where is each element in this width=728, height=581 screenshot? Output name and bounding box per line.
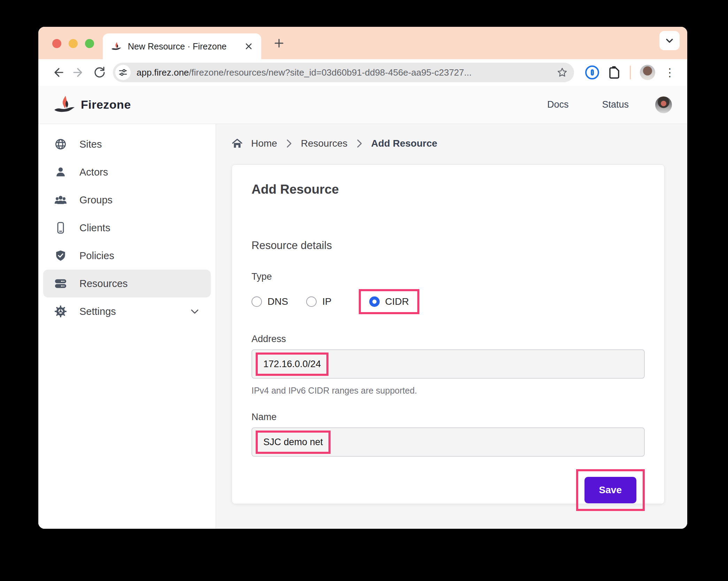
name-input[interactable]: SJC demo net bbox=[251, 427, 645, 457]
brand-name: Firezone bbox=[81, 98, 131, 111]
radio-dns[interactable] bbox=[251, 296, 262, 307]
main-content: Home Resources Add Resource Add Resource… bbox=[216, 124, 687, 529]
type-radio-group: DNS IP CIDR bbox=[251, 289, 645, 314]
bookmark-star-icon[interactable] bbox=[557, 67, 568, 78]
new-tab-button[interactable] bbox=[271, 35, 287, 51]
tab-title: New Resource · Firezone bbox=[128, 41, 238, 52]
docs-link[interactable]: Docs bbox=[530, 99, 586, 110]
radio-option-dns[interactable]: DNS bbox=[251, 296, 288, 307]
chevron-down-icon bbox=[190, 307, 200, 316]
users-icon bbox=[54, 194, 67, 206]
tab-strip: New Resource · Firezone bbox=[38, 27, 687, 59]
sidebar-item-label: Clients bbox=[79, 222, 110, 234]
breadcrumb-resources[interactable]: Resources bbox=[301, 138, 348, 149]
extension-icon[interactable] bbox=[608, 66, 621, 79]
globe-icon bbox=[54, 138, 67, 150]
add-resource-card: Add Resource Resource details Type DNS I… bbox=[232, 164, 665, 504]
browser-window: New Resource · Firezone bbox=[38, 27, 687, 529]
user-avatar[interactable] bbox=[655, 96, 672, 113]
firezone-favicon-icon bbox=[111, 42, 122, 51]
address-input[interactable]: 172.16.0.0/24 bbox=[251, 349, 645, 379]
browser-profile-avatar[interactable] bbox=[640, 65, 655, 80]
sidebar-item-sites[interactable]: Sites bbox=[43, 130, 211, 158]
url-path: /firezone/resources/new?site_id=03d60b91… bbox=[189, 67, 472, 78]
sidebar-item-groups[interactable]: Groups bbox=[43, 186, 211, 214]
radio-option-ip[interactable]: IP bbox=[306, 296, 331, 307]
section-title: Resource details bbox=[251, 239, 645, 252]
breadcrumb: Home Resources Add Resource bbox=[232, 138, 666, 149]
sidebar-item-label: Settings bbox=[79, 306, 116, 317]
zoom-window-button[interactable] bbox=[85, 39, 94, 48]
radio-cidr-label: CIDR bbox=[385, 296, 409, 307]
page-title: Add Resource bbox=[251, 182, 645, 197]
url-domain: app.firez.one bbox=[137, 67, 189, 78]
address-value: 172.16.0.0/24 bbox=[256, 353, 328, 376]
browser-tab[interactable]: New Resource · Firezone bbox=[103, 33, 261, 59]
app-body: Sites Actors bbox=[38, 124, 687, 529]
browser-menu-icon[interactable]: ⋮ bbox=[664, 67, 675, 78]
url-text[interactable]: app.firez.one/firezone/resources/new?sit… bbox=[137, 67, 557, 78]
sidebar-item-label: Resources bbox=[79, 278, 128, 289]
address-label: Address bbox=[251, 334, 645, 344]
user-icon bbox=[54, 166, 67, 178]
home-icon[interactable] bbox=[232, 138, 243, 149]
shield-check-icon bbox=[54, 249, 67, 262]
sidebar-item-label: Groups bbox=[79, 194, 113, 206]
sidebar-item-clients[interactable]: Clients bbox=[43, 214, 211, 242]
radio-ip-label: IP bbox=[322, 296, 331, 307]
gear-icon bbox=[54, 305, 67, 318]
chevron-right-icon bbox=[286, 139, 293, 148]
radio-cidr[interactable] bbox=[369, 296, 380, 307]
sidebar-item-settings[interactable]: Settings bbox=[43, 297, 211, 325]
reload-icon[interactable] bbox=[92, 65, 107, 80]
sidebar: Sites Actors bbox=[38, 124, 216, 529]
close-window-button[interactable] bbox=[52, 39, 61, 48]
save-row: Save bbox=[251, 469, 645, 511]
radio-ip[interactable] bbox=[306, 296, 317, 307]
sidebar-item-policies[interactable]: Policies bbox=[43, 242, 211, 270]
radio-dns-label: DNS bbox=[268, 296, 288, 307]
minimize-window-button[interactable] bbox=[69, 39, 78, 48]
server-stack-icon bbox=[54, 277, 67, 290]
sidebar-item-label: Sites bbox=[79, 139, 102, 150]
radio-option-cidr[interactable]: CIDR bbox=[369, 296, 409, 307]
sidebar-item-resources[interactable]: Resources bbox=[43, 270, 211, 297]
status-link[interactable]: Status bbox=[585, 99, 645, 110]
annotation-box-save: Save bbox=[576, 469, 645, 511]
toolbar-extensions: ⋮ bbox=[585, 65, 675, 80]
name-value: SJC demo net bbox=[256, 431, 331, 454]
annotation-box-cidr: CIDR bbox=[359, 289, 419, 314]
tab-close-icon[interactable] bbox=[245, 42, 253, 51]
name-label: Name bbox=[251, 412, 645, 423]
sidebar-item-actors[interactable]: Actors bbox=[43, 158, 211, 186]
breadcrumb-home[interactable]: Home bbox=[251, 138, 277, 149]
back-icon[interactable] bbox=[50, 65, 65, 80]
firezone-brand[interactable]: Firezone bbox=[54, 95, 131, 114]
mobile-icon bbox=[54, 222, 67, 234]
address-help-text: IPv4 and IPv6 CIDR ranges are supported. bbox=[251, 386, 645, 396]
sidebar-item-label: Policies bbox=[79, 250, 114, 262]
sidebar-item-label: Actors bbox=[79, 166, 108, 178]
app-header: Firezone Docs Status bbox=[38, 86, 687, 124]
header-links: Docs Status bbox=[530, 96, 672, 113]
type-label: Type bbox=[251, 271, 645, 282]
browser-toolbar: app.firez.one/firezone/resources/new?sit… bbox=[38, 59, 687, 86]
chevron-right-icon bbox=[356, 139, 363, 148]
window-controls bbox=[52, 39, 94, 48]
toolbar-divider bbox=[630, 65, 631, 79]
save-button[interactable]: Save bbox=[584, 477, 636, 503]
firezone-logo-icon bbox=[54, 95, 75, 114]
tab-search-button[interactable] bbox=[659, 31, 680, 50]
password-manager-extension-icon[interactable] bbox=[585, 65, 599, 79]
forward-icon[interactable] bbox=[71, 65, 86, 80]
url-bar[interactable]: app.firez.one/firezone/resources/new?sit… bbox=[113, 63, 574, 82]
breadcrumb-add-resource: Add Resource bbox=[371, 138, 437, 149]
site-settings-icon[interactable] bbox=[115, 65, 131, 80]
